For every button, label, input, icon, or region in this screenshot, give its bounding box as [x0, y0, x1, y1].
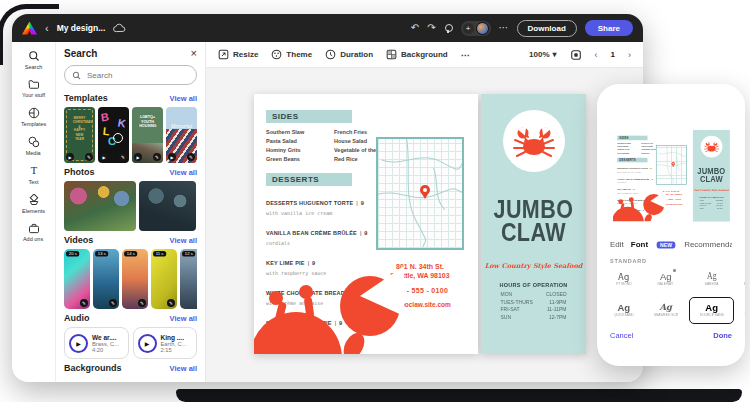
zoom-control[interactable]: 100% ▾	[529, 50, 556, 59]
font-option[interactable]: AgSEAWEED SCR	[643, 297, 689, 324]
search-input-wrap[interactable]	[64, 65, 197, 85]
chevron-down-icon: ▾	[553, 50, 557, 59]
duration-badge: 13 s	[95, 251, 109, 257]
location-map	[655, 145, 686, 185]
audio-card[interactable]: ▶ King .... Earth, C... 2:15	[133, 327, 198, 359]
edit-icon[interactable]: ✎	[153, 153, 161, 161]
background-button[interactable]: Background	[386, 49, 448, 60]
font-option-selected[interactable]: AgSOURCE SANS	[689, 297, 735, 324]
photo-thumb-family-cooking[interactable]	[64, 181, 136, 231]
toolbar-more-icon[interactable]: ⋯	[461, 50, 471, 60]
share-button[interactable]: Share	[585, 20, 633, 36]
video-thumb[interactable]: 13 s ✎	[93, 249, 119, 309]
background-checker-icon	[386, 49, 397, 60]
menu-page-left[interactable]: SIDES Southern Slaw Pasta Salad Hominy G…	[254, 94, 478, 354]
canvas-toolbar: Resize Theme Duration Background ⋯	[206, 42, 643, 68]
font-option[interactable]: AgQUICKSAND	[605, 297, 643, 324]
page-number: 1	[611, 50, 615, 59]
background-window-bottom	[176, 389, 742, 402]
rail-item-media[interactable]: Media	[12, 136, 55, 156]
pages-view-icon[interactable]	[570, 49, 582, 61]
edit-icon[interactable]: ✎	[119, 153, 127, 161]
edit-icon[interactable]: ✎	[80, 299, 88, 307]
canvas-area[interactable]: SIDES Southern Slaw Pasta Salad Hominy G…	[206, 68, 643, 382]
rail-item-search[interactable]: Search	[12, 50, 55, 70]
add-collaborator-icon[interactable]: +	[463, 23, 474, 34]
video-thumb[interactable]: 14 s ✎	[122, 249, 148, 309]
play-icon[interactable]: ▶	[100, 153, 108, 161]
left-rail: Search Your stuff Templates Media T Text	[12, 42, 56, 382]
media-icon	[28, 136, 40, 148]
rail-item-add-ons[interactable]: Add ons	[12, 223, 55, 242]
font-option[interactable]: AgSANSITA	[689, 266, 735, 293]
text-icon: T	[28, 165, 40, 177]
menu-design[interactable]: SIDES Southern Slaw Pasta Salad Hominy G…	[254, 94, 586, 354]
menu-page-left[interactable]: SIDES Southern Slaw Pasta Salad Hominy G…	[613, 130, 692, 222]
close-icon[interactable]: ×	[191, 48, 197, 59]
templates-view-all-link[interactable]: View all	[170, 94, 197, 103]
audio-card[interactable]: ▶ We ar.... Brass, C... 4:20	[64, 327, 129, 359]
font-option[interactable]: AgRALEWAY	[643, 266, 689, 293]
duration-button[interactable]: Duration	[325, 49, 373, 60]
menu-page-right[interactable]: JUMBO CLAW Low Country Style Seafood HOU…	[692, 130, 729, 222]
crab-icon	[512, 124, 556, 158]
edit-icon[interactable]: ✎	[167, 299, 175, 307]
edit-icon[interactable]: ✎	[187, 153, 195, 161]
rail-item-your-stuff[interactable]: Your stuff	[12, 79, 55, 98]
font-option[interactable]: AgPT MONO	[605, 266, 643, 293]
menu-page-right[interactable]: JUMBO CLAW Low Country Style Seafood HOU…	[481, 94, 586, 354]
play-icon[interactable]: ▶	[168, 153, 176, 161]
edit-icon[interactable]: ✎	[109, 299, 117, 307]
play-icon[interactable]: ▶	[69, 334, 88, 353]
video-thumb[interactable]: 11 s ✎	[151, 249, 177, 309]
clock-icon	[325, 49, 336, 60]
previous-page-icon[interactable]: ‹	[595, 50, 598, 60]
rail-item-templates[interactable]: Templates	[12, 107, 55, 127]
photos-section-title: Photos	[64, 167, 95, 177]
theme-button[interactable]: Theme	[271, 49, 312, 60]
back-icon[interactable]: ‹	[45, 23, 49, 34]
more-options-icon[interactable]: ⋯	[499, 23, 509, 33]
avatar[interactable]	[476, 22, 489, 35]
idea-lightbulb-icon[interactable]	[444, 24, 453, 33]
photo-thumb-kitchen[interactable]	[139, 181, 196, 231]
video-thumb[interactable]: 12 s	[180, 249, 197, 309]
play-icon[interactable]: ▶	[138, 334, 157, 353]
collaborators-group[interactable]: +	[461, 21, 491, 36]
document-title[interactable]: My design...	[57, 23, 106, 33]
undo-button[interactable]: ↶	[411, 23, 419, 33]
adobe-express-logo-icon[interactable]	[22, 22, 37, 35]
menu-design[interactable]: SIDES Southern Slaw Pasta Salad Hominy G…	[613, 130, 730, 222]
video-thumb[interactable]: 20 s ✎	[64, 249, 90, 309]
tab-recommendations[interactable]: Recommendations	[684, 240, 732, 249]
done-button[interactable]: Done	[713, 331, 732, 340]
download-button[interactable]: Download	[517, 20, 577, 37]
play-icon[interactable]: ▶	[134, 153, 142, 161]
rail-item-elements[interactable]: Elements	[12, 194, 55, 214]
search-input[interactable]	[85, 70, 189, 81]
template-thumb-christmas[interactable]: MERRY CHRISTMAS & HAPPY NEW YEAR ▶ ✎	[64, 107, 95, 163]
edit-icon[interactable]: ✎	[85, 153, 93, 161]
map-pin-icon	[420, 185, 430, 195]
crab-icon	[703, 141, 718, 153]
redo-button[interactable]: ↷	[427, 23, 435, 33]
font-option[interactable]: AgSTINT ULTRA	[734, 297, 745, 324]
rail-item-text[interactable]: T Text	[12, 165, 55, 185]
font-grid: AgPT MONO AgRALEWAY AgSANSITA AGSTENCIL …	[597, 264, 745, 324]
resize-button[interactable]: Resize	[218, 49, 258, 60]
videos-view-all-link[interactable]: View all	[170, 236, 197, 245]
tab-edit[interactable]: Edit	[610, 240, 624, 249]
template-thumb-memorial[interactable]: Memorial ▶ ✎	[166, 107, 197, 163]
font-option[interactable]: AGSTENCIL STD	[734, 266, 745, 293]
cancel-button[interactable]: Cancel	[610, 331, 633, 340]
backgrounds-view-all-link[interactable]: View all	[170, 364, 197, 373]
next-page-icon[interactable]: ›	[628, 50, 631, 60]
template-thumb-black-history[interactable]: B L C K ▶ ✎	[98, 107, 129, 163]
audio-view-all-link[interactable]: View all	[170, 314, 197, 323]
template-thumb-lgbtq-youth-housing[interactable]: LGBTQ+ YOUTH HOUSING ▶ ✎	[132, 107, 163, 163]
tab-font[interactable]: Font	[631, 240, 648, 249]
edit-icon[interactable]: ✎	[138, 299, 146, 307]
play-icon[interactable]: ▶	[66, 153, 74, 161]
crab-logo-circle	[700, 136, 722, 158]
photos-view-all-link[interactable]: View all	[170, 168, 197, 177]
